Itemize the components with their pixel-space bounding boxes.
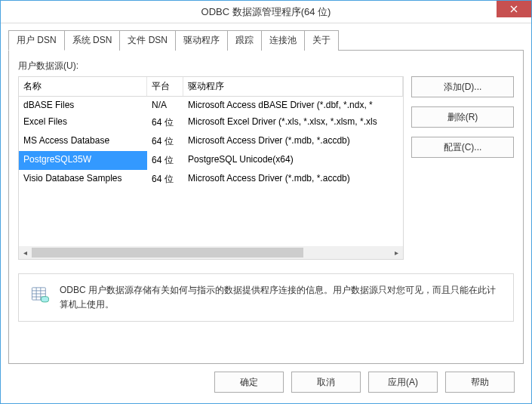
list-header: 名称 平台 驱动程序 <box>18 76 404 97</box>
h-scrollbar[interactable]: ◂ ▸ <box>19 246 403 259</box>
scroll-thumb[interactable] <box>32 248 303 258</box>
cell-platform: 64 位 <box>147 113 183 132</box>
ok-button[interactable]: 确定 <box>214 372 284 393</box>
scroll-left-arrow-icon[interactable]: ◂ <box>19 246 32 259</box>
scroll-track[interactable] <box>32 246 390 259</box>
col-name[interactable]: 名称 <box>19 77 147 96</box>
cell-name: Visio Database Samples <box>19 170 147 189</box>
cell-platform: 64 位 <box>147 151 183 170</box>
remove-button[interactable]: 删除(R) <box>411 106 514 128</box>
info-box: ODBC 用户数据源存储有关如何与指示的数据提供程序连接的信息。用户数据源只对您… <box>18 273 514 322</box>
window-title: ODBC 数据源管理程序(64 位) <box>201 5 331 19</box>
cell-driver: Microsoft Access Driver (*.mdb, *.accdb) <box>183 132 403 151</box>
list-body: dBASE FilesN/AMicrosoft Access dBASE Dri… <box>18 97 404 260</box>
cell-platform: 64 位 <box>147 132 183 151</box>
cancel-button[interactable]: 取消 <box>291 372 361 393</box>
tab-pooling[interactable]: 连接池 <box>261 30 305 51</box>
side-buttons: 添加(D)... 删除(R) 配置(C)... <box>411 76 514 260</box>
tabpage-user-dsn: 用户数据源(U): 名称 平台 驱动程序 dBASE FilesN/AMicro… <box>8 50 524 364</box>
tab-system-dsn[interactable]: 系统 DSN <box>64 30 121 51</box>
tab-drivers[interactable]: 驱动程序 <box>175 30 228 51</box>
cell-platform: 64 位 <box>147 170 183 189</box>
cell-driver: Microsoft Access Driver (*.mdb, *.accdb) <box>183 170 403 189</box>
table-row[interactable]: dBASE FilesN/AMicrosoft Access dBASE Dri… <box>19 97 403 113</box>
cell-name: MS Access Database <box>19 132 147 151</box>
tab-about[interactable]: 关于 <box>304 30 339 51</box>
dialog-buttons: 确定 取消 应用(A) 帮助 <box>8 364 524 396</box>
cell-driver: PostgreSQL Unicode(x64) <box>183 151 403 170</box>
table-row[interactable]: Visio Database Samples64 位Microsoft Acce… <box>19 170 403 189</box>
cell-driver: Microsoft Excel Driver (*.xls, *.xlsx, *… <box>183 113 403 132</box>
tab-user-dsn[interactable]: 用户 DSN <box>8 30 65 51</box>
cell-name: Excel Files <box>19 113 147 132</box>
odbc-admin-window: ODBC 数据源管理程序(64 位) 用户 DSN 系统 DSN 文件 DSN … <box>0 0 532 404</box>
cell-name: dBASE Files <box>19 97 147 113</box>
tabstrip: 用户 DSN 系统 DSN 文件 DSN 驱动程序 跟踪 连接池 关于 <box>8 30 524 51</box>
apply-button[interactable]: 应用(A) <box>368 372 438 393</box>
tab-tracing[interactable]: 跟踪 <box>227 30 262 51</box>
info-text: ODBC 用户数据源存储有关如何与指示的数据提供程序连接的信息。用户数据源只对您… <box>60 283 503 312</box>
table-row[interactable]: PostgreSQL35W64 位PostgreSQL Unicode(x64) <box>19 151 403 170</box>
scroll-right-arrow-icon[interactable]: ▸ <box>390 246 403 259</box>
list-label: 用户数据源(U): <box>18 60 514 72</box>
cell-platform: N/A <box>147 97 183 113</box>
client-area: 用户 DSN 系统 DSN 文件 DSN 驱动程序 跟踪 连接池 关于 用户数据… <box>1 23 531 403</box>
table-row[interactable]: MS Access Database64 位Microsoft Access D… <box>19 132 403 151</box>
content-row: 名称 平台 驱动程序 dBASE FilesN/AMicrosoft Acces… <box>18 76 514 260</box>
table-row[interactable]: Excel Files64 位Microsoft Excel Driver (*… <box>19 113 403 132</box>
close-icon <box>510 5 518 13</box>
cell-driver: Microsoft Access dBASE Driver (*.dbf, *.… <box>183 97 403 113</box>
add-button[interactable]: 添加(D)... <box>411 76 514 97</box>
col-platform[interactable]: 平台 <box>147 77 183 96</box>
tab-file-dsn[interactable]: 文件 DSN <box>119 30 176 51</box>
help-button[interactable]: 帮助 <box>445 372 515 393</box>
col-driver[interactable]: 驱动程序 <box>183 77 403 96</box>
dsn-list[interactable]: 名称 平台 驱动程序 dBASE FilesN/AMicrosoft Acces… <box>18 76 404 260</box>
close-button[interactable] <box>497 1 531 17</box>
titlebar: ODBC 数据源管理程序(64 位) <box>1 1 531 23</box>
datasource-icon <box>29 283 51 304</box>
cell-name: PostgreSQL35W <box>19 151 147 170</box>
configure-button[interactable]: 配置(C)... <box>411 137 514 158</box>
